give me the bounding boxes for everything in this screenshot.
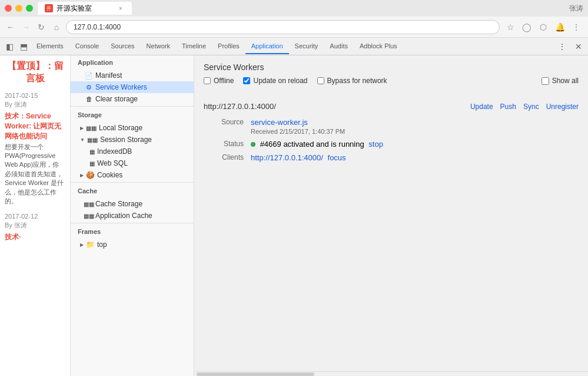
sw-controls: Offline Update on reload Bypass for netw…: [204, 77, 579, 85]
manifest-icon: 📄: [85, 71, 93, 80]
title-bar: 开 开源实验室 × 张涛: [0, 0, 588, 17]
cookies-icon: 🍪: [86, 171, 95, 179]
scrollbar-thumb[interactable]: [197, 372, 314, 376]
show-all-checkbox[interactable]: [542, 77, 549, 85]
cache-storage-label: Cache Storage: [95, 200, 142, 208]
maximize-button[interactable]: [26, 5, 33, 12]
bookmark-icon[interactable]: ☆: [503, 20, 517, 34]
notification-icon[interactable]: 🔔: [553, 20, 567, 34]
user-icon[interactable]: ◯: [520, 20, 534, 34]
divider-1: [71, 106, 194, 107]
tab-audits[interactable]: Audits: [324, 39, 354, 54]
address-bar[interactable]: 127.0.0.1:4000: [66, 20, 500, 34]
tab-adblock[interactable]: Adblock Plus: [354, 39, 403, 54]
indexed-db-label: IndexedDB: [97, 147, 132, 156]
indexed-db-icon: ▦: [89, 149, 95, 155]
show-all-container: Show all: [542, 77, 579, 85]
minimize-button[interactable]: [15, 5, 22, 12]
address-text: 127.0.0.1:4000: [74, 23, 121, 31]
devtools-more-actions: ⋮ ✕: [555, 39, 586, 54]
horizontal-scrollbar[interactable]: [194, 371, 588, 376]
push-link[interactable]: Push: [500, 103, 516, 111]
close-devtools-icon[interactable]: ✕: [572, 39, 586, 54]
sync-link[interactable]: Sync: [523, 103, 539, 111]
update-link[interactable]: Update: [470, 103, 493, 111]
sw-status-value: #4669 activated and is running stop: [251, 140, 383, 149]
sidebar-item-web-sql[interactable]: ▦ Web SQL: [71, 157, 194, 169]
session-storage-arrow: ▼: [80, 137, 85, 143]
sidebar-item-local-storage[interactable]: ▶ ▦▦ Local Storage: [71, 122, 194, 134]
back-button[interactable]: ←: [5, 21, 16, 33]
nav-icons: ☆ ◯ ⬡ 🔔 ⋮: [503, 20, 583, 34]
devtools-sidebar: Application 📄 Manifest ⚙ Service Workers…: [71, 55, 194, 376]
tab-console[interactable]: Console: [69, 39, 105, 54]
frames-top-label: top: [97, 240, 107, 249]
reload-button[interactable]: ↻: [35, 21, 47, 33]
update-on-reload-label[interactable]: Update on reload: [243, 77, 307, 85]
tab-elements[interactable]: Elements: [31, 39, 69, 54]
bypass-for-network-checkbox[interactable]: [317, 77, 324, 84]
sidebar-item-manifest[interactable]: 📄 Manifest: [71, 70, 194, 81]
devtools-toggle-icon[interactable]: ◧: [2, 39, 16, 54]
application-cache-label: Application Cache: [95, 212, 152, 220]
unregister-link[interactable]: Unregister: [546, 103, 579, 111]
tab-close-button[interactable]: ×: [117, 4, 125, 12]
tab-profiles[interactable]: Profiles: [212, 39, 245, 54]
sidebar-item-application-cache[interactable]: ▦▦ Application Cache: [71, 210, 194, 222]
devtools-dock-icon[interactable]: ⬒: [16, 39, 31, 54]
devtools-body: 【置顶】：留言板 2017-02-15 By 张涛 技术：Service Wor…: [0, 55, 588, 376]
traffic-lights: [5, 5, 33, 12]
update-on-reload-text: Update on reload: [253, 77, 307, 85]
sidebar-item-service-workers[interactable]: ⚙ Service Workers: [71, 81, 194, 93]
tab-sources[interactable]: Sources: [105, 39, 140, 54]
offline-checkbox[interactable]: [204, 77, 211, 84]
focus-link[interactable]: focus: [328, 153, 346, 162]
stop-link[interactable]: stop: [368, 140, 383, 149]
status-label: Status: [204, 140, 251, 148]
post2-date: 2017-02-12: [5, 213, 65, 220]
home-button[interactable]: ⌂: [51, 21, 62, 33]
clients-url-link[interactable]: http://127.0.0.1:4000/: [251, 153, 323, 162]
tab-timeline[interactable]: Timeline: [176, 39, 212, 54]
local-storage-label: Local Storage: [99, 124, 142, 132]
bypass-for-network-text: Bypass for network: [327, 77, 387, 85]
sidebar-item-session-storage[interactable]: ▼ ▦▦ Session Storage: [71, 134, 194, 146]
tab-application[interactable]: Application: [245, 39, 289, 54]
settings-icon[interactable]: ⋮: [569, 20, 583, 34]
update-on-reload-checkbox[interactable]: [243, 77, 250, 84]
local-storage-arrow: ▶: [80, 126, 84, 131]
sidebar-item-frames-top[interactable]: ▶ 📁 top: [71, 239, 194, 250]
application-cache-icon: ▦▦: [85, 212, 93, 220]
bypass-for-network-label[interactable]: Bypass for network: [317, 77, 387, 85]
tab-network[interactable]: Network: [141, 39, 176, 54]
sw-url: http://127.0.0.1:4000/: [204, 102, 470, 111]
more-icon[interactable]: ⋮: [555, 39, 569, 54]
active-tab[interactable]: 开 开源实验室 ×: [38, 2, 132, 15]
post2-author: By 张涛: [5, 221, 65, 230]
sw-source-row: Source service-worker.js Received 2/15/2…: [204, 118, 579, 135]
sw-clients-row: Clients http://127.0.0.1:4000/ focus: [204, 153, 579, 162]
post2-link[interactable]: 技术·: [5, 232, 65, 242]
sidebar-item-cookies[interactable]: ▶ 🍪 Cookies: [71, 169, 194, 181]
status-dot: [251, 142, 255, 147]
tab-security[interactable]: Security: [289, 39, 324, 54]
application-section-header: Application: [71, 55, 194, 70]
divider-2: [71, 182, 194, 183]
nav-bar: ← → ↻ ⌂ 127.0.0.1:4000 ☆ ◯ ⬡ 🔔 ⋮: [0, 17, 588, 38]
divider-3: [71, 223, 194, 223]
extension-icon[interactable]: ⬡: [536, 20, 550, 34]
post1-link[interactable]: 技术：Service Worker: 让网页无网络也能访问: [5, 111, 65, 141]
post1-date: 2017-02-15: [5, 92, 65, 99]
sidebar-item-indexed-db[interactable]: ▦ IndexedDB: [71, 146, 194, 157]
offline-checkbox-label[interactable]: Offline: [204, 77, 234, 85]
forward-button[interactable]: →: [20, 21, 32, 33]
source-label: Source: [204, 118, 251, 126]
tab-bar: 开 开源实验室 ×: [38, 2, 564, 15]
cookies-arrow: ▶: [80, 173, 84, 178]
sidebar-item-clear-storage[interactable]: 🗑 Clear storage: [71, 93, 194, 105]
close-button[interactable]: [5, 5, 12, 12]
source-file-link[interactable]: service-worker.js: [251, 118, 308, 127]
sidebar-item-cache-storage[interactable]: ▦▦ Cache Storage: [71, 198, 194, 210]
frames-top-icon: 📁: [86, 240, 95, 249]
cache-section-header: Cache: [71, 184, 194, 198]
